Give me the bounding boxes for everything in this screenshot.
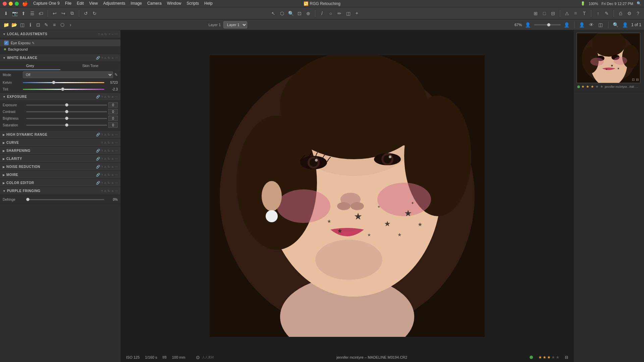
local-adjustments-header[interactable]: ▼ LOCAL ADJUSTMENTS ? A ↻ + − ⋯ [0, 30, 120, 38]
exp-reset-icon[interactable]: ≡ [112, 95, 113, 99]
wb-kelvin-slider[interactable] [23, 82, 104, 83]
moire-reset[interactable]: ≡ [112, 173, 113, 177]
clarity-copy[interactable]: ↻ [108, 157, 110, 161]
clone-tool[interactable]: ⌖ [354, 10, 360, 17]
image-color-label[interactable] [530, 356, 533, 359]
thumb-color-dot[interactable] [577, 85, 580, 88]
sharp-help[interactable]: ? [101, 149, 103, 153]
layer-dropdown[interactable]: Layer 1 [223, 21, 247, 28]
sharp-a[interactable]: A [104, 149, 106, 153]
thumb-star-3[interactable]: ★ [591, 84, 594, 89]
redo-button[interactable]: ↪ [60, 10, 67, 17]
color-copy[interactable]: ↻ [108, 181, 110, 185]
color-menu[interactable]: ⋯ [115, 181, 118, 185]
capture-button[interactable]: 📷 [11, 10, 18, 17]
exp-copy-icon[interactable]: ↻ [108, 95, 110, 99]
curve-menu[interactable]: ⋯ [115, 141, 118, 144]
saturation-slider[interactable] [26, 125, 107, 126]
wb-tab-grey[interactable]: Grey [0, 62, 60, 70]
local-adj-help[interactable]: ? [98, 33, 100, 36]
thumb-star-5[interactable]: ★ [600, 84, 603, 89]
clarity-a[interactable]: A [104, 157, 106, 161]
hdr-menu[interactable]: ⋯ [115, 133, 118, 136]
metadata-icon[interactable]: ≡ [51, 21, 58, 28]
hdr-header[interactable]: ▶ HIGH DYNAMIC RANGE 🔗 ? A ↻ ≡ ⋯ [0, 131, 120, 139]
apple-menu[interactable]: 🍎 [22, 1, 28, 6]
clarity-help[interactable]: ? [101, 157, 103, 161]
histogram-button[interactable]: ⌗ [572, 10, 579, 17]
curve-a[interactable]: A [104, 141, 106, 144]
exposure-slider[interactable] [26, 105, 107, 106]
zoom-in-button[interactable]: 👤 [564, 21, 570, 28]
noise-help[interactable]: ? [101, 165, 103, 169]
import-button[interactable]: ⬇ [3, 10, 9, 17]
pf-menu[interactable]: ⋯ [115, 189, 118, 193]
crop-icon-2[interactable]: ⊡ [35, 21, 42, 28]
moire-a[interactable]: A [104, 173, 106, 177]
noise-menu[interactable]: ⋯ [115, 165, 118, 169]
wb-reset-icon[interactable]: ≡ [112, 56, 113, 60]
smart-folder-icon[interactable]: 📂 [11, 21, 17, 28]
copy-settings-button[interactable]: ⧉ [69, 10, 75, 17]
moire-menu[interactable]: ⋯ [115, 173, 118, 177]
star-3[interactable]: ★ [547, 355, 551, 360]
wb-help-icon[interactable]: ? [101, 56, 103, 60]
collection-icon[interactable]: ◫ [19, 21, 25, 28]
user-icon[interactable]: 👤 [579, 21, 585, 28]
grid-view-button[interactable]: ⊞ [532, 10, 539, 17]
lasso-tool[interactable]: ⬡ [279, 10, 285, 17]
exp-menu-icon[interactable]: ⋯ [115, 95, 118, 99]
folder-icon[interactable]: 📁 [3, 21, 9, 28]
clarity-reset[interactable]: ≡ [112, 157, 113, 161]
warning-icon[interactable]: ⚠ [564, 10, 570, 17]
menu-file[interactable]: File [65, 1, 71, 6]
color-a[interactable]: A [104, 181, 106, 185]
thumb-star-4[interactable]: ★ [595, 84, 599, 89]
sharp-copy[interactable]: ↻ [108, 149, 110, 153]
wb-copy-icon[interactable]: ↻ [108, 56, 110, 60]
settings-button[interactable]: ⚙ [626, 10, 633, 17]
pf-help[interactable]: ? [101, 189, 103, 193]
menu-camera[interactable]: Camera [147, 1, 162, 6]
star-5[interactable]: ★ [556, 355, 559, 360]
sharpening-header[interactable]: ▶ SHARPENING 🔗 ? A ↻ ≡ ⋯ [0, 147, 120, 155]
arrow-up-icon[interactable]: ↑ [595, 10, 601, 17]
local-adj-remove[interactable]: − [112, 33, 113, 36]
erase-tool[interactable]: ◫ [345, 10, 352, 17]
library-icon[interactable]: ☰ [29, 10, 36, 17]
menu-help[interactable]: Help [204, 1, 213, 6]
menu-scripts[interactable]: Scripts [186, 1, 199, 6]
more-icon[interactable]: › [67, 21, 74, 28]
cursor-tool[interactable]: ↖ [270, 10, 277, 17]
layout-icon[interactable]: ⊟ [565, 355, 568, 360]
single-view-button[interactable]: □ [541, 10, 548, 17]
wb-a-icon[interactable]: A [104, 56, 106, 60]
menu-view[interactable]: View [89, 1, 98, 6]
moire-header[interactable]: ▶ MOIRE 🔗 ? A ↻ ≡ ⋯ [0, 171, 120, 179]
user-icon-2[interactable]: 👤 [622, 21, 629, 28]
star-4[interactable]: ★ [551, 355, 555, 360]
wb-tab-skin[interactable]: Skin Tone [60, 62, 121, 70]
thumb-star-1[interactable]: ★ [581, 84, 585, 89]
noise-reset[interactable]: ≡ [112, 165, 113, 169]
moire-copy[interactable]: ↻ [108, 173, 110, 177]
pf-reset[interactable]: ≡ [112, 189, 113, 193]
curve-copy[interactable]: ↻ [108, 141, 110, 144]
search-button[interactable]: 🔍 [612, 21, 619, 28]
hdr-reset[interactable]: ≡ [112, 133, 113, 136]
minimize-button[interactable] [9, 2, 13, 6]
zoom-slider[interactable] [534, 24, 561, 25]
eye-icon[interactable]: 👁 [588, 21, 595, 28]
noise-header[interactable]: ▶ NOISE REDUCTION 🔗 ? A ↻ ≡ ⋯ [0, 163, 120, 171]
color-icon[interactable]: ⬡ [59, 21, 66, 28]
menu-image[interactable]: Image [131, 1, 142, 6]
image-star-rating[interactable]: ★ ★ ★ ★ ★ [538, 355, 559, 360]
menu-window[interactable]: Window [167, 1, 181, 6]
star-1[interactable]: ★ [538, 355, 542, 360]
curve-reset[interactable]: ≡ [112, 141, 113, 144]
hdr-copy[interactable]: ↻ [108, 133, 110, 136]
undo-button[interactable]: ↩ [51, 10, 58, 17]
layer-checkbox-eye[interactable]: ✓ [4, 41, 9, 45]
curve-header[interactable]: ▶ CURVE ? A ↻ ≡ ⋯ [0, 139, 120, 147]
menu-adjustments[interactable]: Adjustments [103, 1, 125, 6]
